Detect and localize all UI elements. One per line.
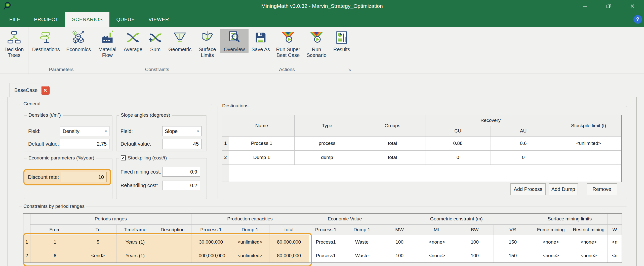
dest-cell-cu[interactable]: 0 (425, 150, 491, 164)
cell-force-mining[interactable]: <none> (532, 235, 570, 249)
cell-force-mining[interactable]: <none> (532, 249, 570, 263)
overview-button[interactable]: Overview (220, 29, 249, 53)
dest-cell-name[interactable]: Process 1 (229, 136, 294, 150)
dest-cell-groups[interactable]: total (360, 150, 425, 164)
close-tab-icon[interactable]: ✕ (41, 86, 50, 95)
cell-total[interactable]: 80,000,000 (269, 235, 309, 249)
tab-scenarios[interactable]: SCENARIOS (65, 12, 109, 27)
cell-from[interactable]: 6 (30, 249, 80, 263)
sum-button[interactable]: Sum (146, 29, 165, 53)
discount-rate-input[interactable]: 10 (61, 172, 107, 182)
tab-viewer[interactable]: VIEWER (142, 12, 176, 27)
slope-angles-title: Slope angles (degrees) (119, 112, 172, 118)
cell-description[interactable] (154, 249, 191, 263)
average-button[interactable]: Average (120, 29, 146, 53)
save-as-icon (253, 29, 268, 46)
economics-button[interactable]: $ Economics (63, 29, 94, 53)
tab-queue[interactable]: QUEUE (109, 12, 142, 27)
cell-restrict-mining[interactable]: <none> (570, 235, 608, 249)
cell-mw[interactable]: 100 (381, 249, 418, 263)
cell-to[interactable]: <end> (80, 249, 116, 263)
ribbon-group-label-actions: Actions (220, 67, 354, 72)
cell-ev-process1[interactable]: Process1 (309, 249, 343, 263)
dest-cell-name[interactable]: Dump 1 (229, 150, 294, 164)
cell-vr[interactable]: 150 (494, 235, 532, 249)
cell-bw[interactable]: 100 (456, 235, 494, 249)
cell-vr[interactable]: 150 (494, 249, 532, 263)
cell-bw[interactable]: 100 (456, 249, 494, 263)
header-stockpile-limit: Stockpile limit (t) (556, 115, 621, 136)
slope-angles-groupbox: Slope angles (degrees) Field: Slope ▾ De… (116, 115, 207, 151)
cell-ev-dump1[interactable]: Waste (343, 235, 381, 249)
overview-icon (227, 29, 242, 46)
tab-project[interactable]: PROJECT (27, 12, 65, 27)
tab-file[interactable]: FILE (3, 12, 27, 27)
material-flow-button[interactable]: Material Flow (94, 29, 120, 59)
discount-rate-highlight: Discount rate: 10 (23, 169, 111, 185)
document-tab-basecase[interactable]: BaseCase ✕ (10, 83, 51, 97)
cell-ev-process1[interactable]: Process1 (309, 235, 343, 249)
cell-restrict-mining[interactable]: <none> (570, 249, 608, 263)
slope-field-dropdown[interactable]: Slope ▾ (162, 126, 202, 136)
cell-to[interactable]: 5 (80, 235, 116, 249)
rehandling-cost-input[interactable]: 0.2 (162, 181, 200, 190)
row-number[interactable]: 2 (222, 150, 229, 164)
group-header-economic: Economic Value (309, 213, 381, 224)
destinations-button[interactable]: Destinations (29, 29, 63, 53)
fixed-mining-cost-input[interactable]: 0.9 (162, 167, 200, 177)
close-icon[interactable] (626, 2, 638, 10)
cell-from[interactable]: 1 (30, 235, 80, 249)
add-process-button[interactable]: Add Process (510, 183, 546, 195)
cell-partial[interactable]: <n (608, 249, 622, 263)
dest-cell-type[interactable]: dump (294, 150, 360, 164)
dest-cell-au[interactable]: 0.6 (491, 136, 556, 150)
minimize-icon[interactable] (579, 2, 591, 10)
row-number[interactable]: 1 (23, 235, 30, 249)
decision-trees-button[interactable]: Decision Trees (1, 29, 28, 59)
destinations-empty-area (222, 164, 621, 182)
cell-ml[interactable]: <none> (418, 249, 456, 263)
slope-default-input[interactable]: 45 (162, 139, 202, 149)
row-number[interactable]: 1 (222, 136, 229, 150)
geometric-button[interactable]: Geometric (165, 29, 195, 53)
dest-cell-stockpile[interactable]: <unlimited> (556, 136, 621, 150)
document-tab-label: BaseCase (14, 87, 37, 93)
cell-process1[interactable]: ...000,000,000 (191, 249, 231, 263)
cell-mw[interactable]: 100 (381, 235, 418, 249)
subheader-partial: W (608, 224, 622, 235)
remove-button[interactable]: Remove (587, 183, 617, 195)
cell-process1[interactable]: 30,000,000 (191, 235, 231, 249)
densities-default-input[interactable]: 2.75 (60, 139, 109, 149)
menu-bar: FILE PROJECT SCENARIOS QUEUE VIEWER ? (0, 12, 644, 27)
dest-cell-groups[interactable]: total (360, 136, 425, 150)
dest-cell-cu[interactable]: 0.88 (425, 136, 491, 150)
save-as-button[interactable]: Save As (249, 29, 273, 53)
actions-dialog-launcher-icon[interactable]: ↘ (348, 67, 351, 72)
densities-field-dropdown[interactable]: Density ▾ (60, 126, 109, 136)
run-super-best-case-button[interactable]: Run Super Best Case (273, 29, 303, 59)
cell-timeframe[interactable]: Years (1) (116, 249, 154, 263)
restore-icon[interactable] (603, 2, 615, 10)
cell-ml[interactable]: <none> (418, 235, 456, 249)
help-icon[interactable]: ? (633, 15, 642, 24)
cell-dump1[interactable]: <unlimited> (231, 235, 269, 249)
dest-cell-type[interactable]: process (294, 136, 360, 150)
cell-dump1[interactable]: <unlimited> (231, 249, 269, 263)
surface-limits-button[interactable]: Surface Limits (195, 29, 220, 59)
cell-total[interactable]: 80,000,000 (269, 249, 309, 263)
cell-description[interactable] (154, 235, 191, 249)
results-button[interactable]: Results (330, 29, 354, 53)
cell-partial[interactable]: <n (608, 235, 622, 249)
run-scenario-button[interactable]: Run Scenario (303, 29, 330, 59)
add-dump-button[interactable]: Add Dump (549, 183, 578, 195)
stockpiling-checkbox[interactable]: ✓ (121, 155, 126, 160)
ribbon-section-parameters: Destinations $ Economics (28, 27, 94, 74)
constraints-groupbox: Constraints by period ranges Periods ran… (19, 207, 627, 266)
slope-default-label: Default value: (120, 141, 151, 147)
dest-cell-stockpile[interactable] (556, 150, 621, 164)
cell-ev-dump1[interactable]: Waste (343, 249, 381, 263)
miningmath-window: MiningMath v3.0.32 - Marvin_Strategy_Opt… (0, 0, 644, 266)
dest-cell-au[interactable]: 0 (491, 150, 556, 164)
row-number[interactable]: 2 (23, 249, 30, 263)
cell-timeframe[interactable]: Years (1) (116, 235, 154, 249)
